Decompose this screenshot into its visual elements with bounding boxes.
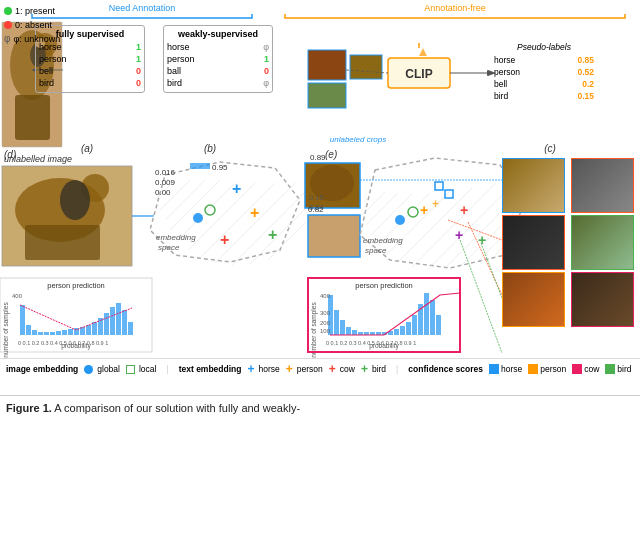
unknown-label: φ: unknown <box>13 32 60 46</box>
svg-rect-87 <box>340 320 345 335</box>
svg-rect-39 <box>20 305 25 335</box>
score-082: 0.82 <box>308 205 324 214</box>
cross-horse-d: + <box>232 180 241 197</box>
chart-d-ylabel: number of samples <box>2 302 10 358</box>
legend-te-bird: + bird <box>361 362 386 376</box>
svg-line-66 <box>386 191 450 255</box>
svg-rect-36 <box>190 163 210 169</box>
panel-b-bird-label: bird <box>167 78 182 88</box>
panel-a-horse-value: 1 <box>136 42 141 52</box>
score-009: 0.009 <box>155 178 176 187</box>
panel-a-row-bird: bird 0 <box>39 77 141 89</box>
svg-rect-55 <box>116 303 121 335</box>
chart-e-ylabel: number of samples <box>310 302 318 358</box>
right-crop-6 <box>571 272 634 327</box>
panel-a-bird-label: bird <box>39 78 54 88</box>
svg-rect-14 <box>350 55 382 79</box>
svg-line-29 <box>200 183 275 258</box>
figure-caption: Figure 1. A comparison of our solution w… <box>0 395 640 419</box>
conf-cow-rect <box>572 364 582 374</box>
svg-rect-54 <box>110 307 115 335</box>
svg-marker-8 <box>419 48 427 56</box>
svg-rect-100 <box>418 304 423 335</box>
svg-rect-83 <box>308 278 460 352</box>
svg-line-33 <box>268 223 305 260</box>
panel-c-bird-label: bird <box>494 91 508 101</box>
chart-e-title: person prediction <box>355 281 413 290</box>
svg-text:0 0.1 0.2 0.3 0.4 0.5 0.6 0.7 : 0 0.1 0.2 0.3 0.4 0.5 0.6 0.7 0.8 0.9 1 <box>18 340 108 346</box>
conf-person-rect <box>528 364 538 374</box>
right-crop-5 <box>502 272 565 327</box>
cross-cow-d: + <box>220 231 229 248</box>
score-016: 0.016 <box>155 168 176 177</box>
global-circle <box>84 365 93 374</box>
global-label: global <box>97 364 120 374</box>
svg-rect-56 <box>122 310 127 335</box>
embedding-space-d-text: embedding <box>156 233 196 242</box>
svg-line-15 <box>346 70 388 73</box>
svg-point-35 <box>205 205 215 215</box>
panel-c: Pseudo-labels horse 0.85 person 0.52 bel… <box>494 42 594 102</box>
svg-line-32 <box>250 209 305 264</box>
panel-b-row-bird: bird φ <box>167 77 269 89</box>
score-089: 0.89 <box>310 153 326 162</box>
svg-rect-53 <box>104 313 109 335</box>
panel-a-person-label: person <box>39 54 67 64</box>
svg-rect-16 <box>2 166 132 266</box>
panel-c-row-person: person 0.52 <box>494 66 594 78</box>
svg-rect-40 <box>26 325 31 335</box>
te-cow-label: cow <box>340 364 355 374</box>
panel-a-row-bell: bell 0 <box>39 65 141 77</box>
conf-bird-rect <box>605 364 615 374</box>
svg-rect-93 <box>376 332 381 335</box>
svg-rect-95 <box>388 331 393 335</box>
svg-text:400: 400 <box>320 293 331 299</box>
panel-c-title: Pseudo-labels <box>494 42 594 52</box>
svg-text:400: 400 <box>12 293 23 299</box>
panel-b-label: (b) <box>204 143 216 154</box>
svg-rect-13 <box>308 83 346 108</box>
right-crop-1 <box>502 158 565 213</box>
svg-rect-102 <box>430 300 435 335</box>
conf-bird-label: bird <box>617 364 631 374</box>
embedding-space-e-text: embedding <box>363 236 403 245</box>
svg-rect-94 <box>382 332 387 335</box>
panel-c-label: (c) <box>544 143 556 154</box>
panel-c-bird-value: 0.15 <box>577 91 594 101</box>
svg-rect-98 <box>406 322 411 335</box>
bottom-legend: image embedding global local | text embe… <box>0 358 640 379</box>
unlabelled-image-text: unlabelled image <box>4 154 72 164</box>
svg-line-64 <box>371 194 412 235</box>
panel-d-letter: (d) <box>4 149 16 160</box>
right-crop-4 <box>571 215 634 270</box>
te-person-plus: + <box>286 362 293 376</box>
svg-rect-88 <box>346 327 351 335</box>
right-crops-container <box>502 158 637 327</box>
legend-global: global <box>84 364 120 374</box>
svg-point-20 <box>60 180 90 220</box>
conf-cow-label: cow <box>584 364 599 374</box>
svg-line-68 <box>412 183 496 267</box>
svg-rect-41 <box>32 330 37 335</box>
svg-rect-42 <box>38 332 43 335</box>
svg-line-82 <box>481 243 502 298</box>
svg-line-24 <box>160 180 190 210</box>
svg-text:300: 300 <box>320 310 331 316</box>
svg-rect-52 <box>98 318 103 335</box>
panel-c-person-label: person <box>494 67 520 77</box>
te-cow-plus: + <box>329 362 336 376</box>
svg-rect-91 <box>364 332 369 335</box>
panel-c-bell-value: 0.2 <box>582 79 594 89</box>
svg-rect-99 <box>412 315 417 335</box>
panel-a-label: (a) <box>81 143 93 154</box>
panel-a-bird-value: 0 <box>136 78 141 88</box>
unknown-icon: φ <box>4 32 10 46</box>
panel-a-row-person: person 1 <box>39 53 141 65</box>
svg-rect-45 <box>56 331 61 335</box>
svg-point-34 <box>193 213 203 223</box>
svg-line-23 <box>155 180 175 200</box>
legend-te-horse: + horse <box>247 362 279 376</box>
svg-line-30 <box>215 183 295 263</box>
svg-line-79 <box>448 220 502 240</box>
panel-a-person-value: 1 <box>136 54 141 64</box>
